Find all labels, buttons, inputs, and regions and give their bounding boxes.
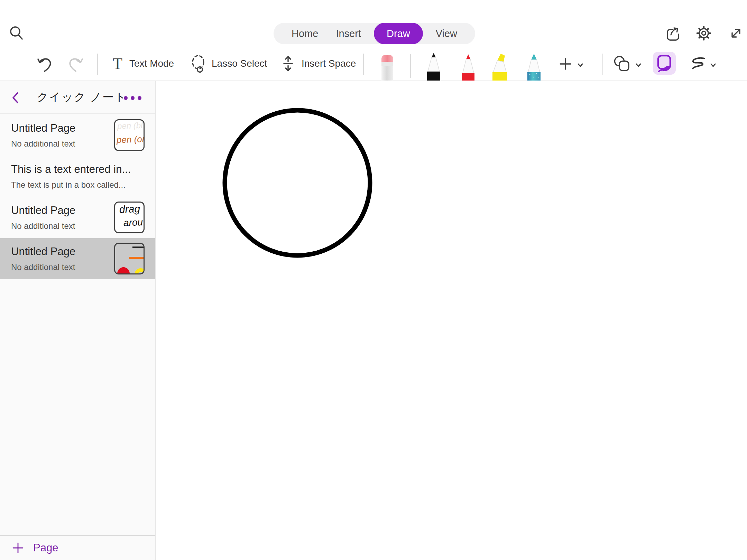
settings-button[interactable]: [695, 25, 712, 41]
page-subtitle: No additional text: [11, 139, 115, 149]
chevron-down-icon: [633, 59, 644, 71]
back-button[interactable]: [8, 90, 24, 106]
thumbnail-ink-sketch: [115, 244, 144, 273]
plus-icon: [12, 542, 24, 554]
page-subtitle: No additional text: [11, 221, 115, 231]
tab-view[interactable]: View: [431, 23, 462, 44]
plus-icon: [557, 56, 573, 72]
pen-tray: [374, 51, 567, 81]
page-item-3[interactable]: Untitled Page No additional text drag ar…: [0, 197, 155, 238]
insert-space-button[interactable]: Insert Space: [279, 54, 356, 73]
ribbon-tabs: Home Insert Draw View: [274, 23, 475, 44]
chevron-down-icon: [575, 59, 586, 71]
gear-icon: [695, 25, 712, 41]
page-item-2[interactable]: This is a text entered in... The text is…: [0, 156, 155, 197]
text-mode-icon: T: [109, 55, 125, 72]
chevron-left-icon: [8, 90, 24, 105]
undo-button[interactable]: [35, 55, 53, 73]
page-item-4-selected[interactable]: Untitled Page No additional text: [0, 238, 155, 279]
svg-text:T: T: [113, 55, 122, 72]
redo-icon: [68, 55, 85, 73]
tab-home[interactable]: Home: [287, 23, 323, 44]
share-icon: [663, 25, 680, 41]
lasso-select-label: Lasso Select: [212, 58, 267, 69]
onenote-window: Home Insert Draw View: [0, 0, 747, 560]
share-button[interactable]: [663, 25, 680, 41]
notebook-title: クイック ノート: [37, 90, 127, 105]
ink-to-shape-icon: [654, 53, 675, 74]
expand-icon: [728, 25, 744, 41]
add-pen-button[interactable]: [557, 56, 573, 72]
pen-divider: [410, 54, 411, 78]
text-mode-label: Text Mode: [129, 58, 174, 69]
page-subtitle: The text is put in a box called...: [11, 180, 153, 190]
tab-insert[interactable]: Insert: [331, 23, 366, 44]
page-thumbnail: [114, 243, 145, 274]
page-title: Untitled Page: [11, 122, 115, 134]
shapes-button[interactable]: [612, 54, 632, 74]
yellow-highlighter-tool[interactable]: [489, 52, 510, 81]
ink-circle[interactable]: [225, 110, 370, 255]
page-title: Untitled Page: [11, 204, 115, 217]
add-page-button[interactable]: Page: [0, 535, 155, 560]
page-thumbnail: pen (bl pen (ora: [114, 119, 145, 151]
ink-to-shape-button[interactable]: [653, 52, 676, 75]
insert-space-label: Insert Space: [302, 58, 356, 69]
more-options-button[interactable]: [124, 91, 145, 105]
search-button[interactable]: [8, 25, 25, 42]
page-sidebar: クイック ノート Untitled Page No additional tex…: [0, 81, 156, 560]
ink-stroke-button[interactable]: [688, 54, 708, 74]
black-pen-tool[interactable]: [424, 52, 443, 81]
text-mode-button[interactable]: T Text Mode: [109, 55, 174, 73]
fullscreen-button[interactable]: [728, 25, 744, 41]
drawing-canvas[interactable]: [156, 81, 747, 560]
ink-stroke-dropdown[interactable]: [708, 59, 719, 71]
toolbar-divider: [363, 54, 364, 75]
page-list: Untitled Page No additional text pen (bl…: [0, 115, 155, 279]
lasso-select-button[interactable]: Lasso Select: [189, 54, 267, 73]
squiggle-icon: [688, 54, 708, 74]
add-pen-dropdown[interactable]: [575, 59, 586, 71]
page-title: Untitled Page: [11, 245, 115, 258]
chevron-down-icon: [708, 59, 719, 71]
redo-button[interactable]: [68, 55, 85, 73]
page-thumbnail: drag arou: [114, 202, 145, 233]
page-item-1[interactable]: Untitled Page No additional text pen (bl…: [0, 115, 155, 156]
sidebar-header: クイック ノート: [0, 81, 155, 114]
toolbar-divider: [97, 54, 98, 75]
toolbar-divider: [602, 54, 603, 75]
red-pen-tool[interactable]: [459, 52, 478, 81]
insert-space-icon: [279, 54, 297, 73]
lasso-icon: [189, 54, 208, 73]
ink-layer: [156, 81, 747, 560]
top-header: Home Insert Draw View: [0, 0, 747, 81]
add-page-label: Page: [33, 542, 58, 554]
eraser-tool[interactable]: [378, 54, 397, 81]
page-subtitle: No additional text: [11, 262, 115, 272]
shapes-icon: [612, 54, 632, 74]
ellipsis-icon: [124, 96, 128, 100]
shapes-dropdown[interactable]: [633, 59, 644, 71]
search-icon: [8, 25, 25, 42]
galaxy-pencil-tool[interactable]: [524, 52, 544, 81]
page-title: This is a text entered in...: [11, 163, 153, 176]
undo-icon: [35, 55, 53, 73]
tab-draw[interactable]: Draw: [374, 23, 423, 44]
